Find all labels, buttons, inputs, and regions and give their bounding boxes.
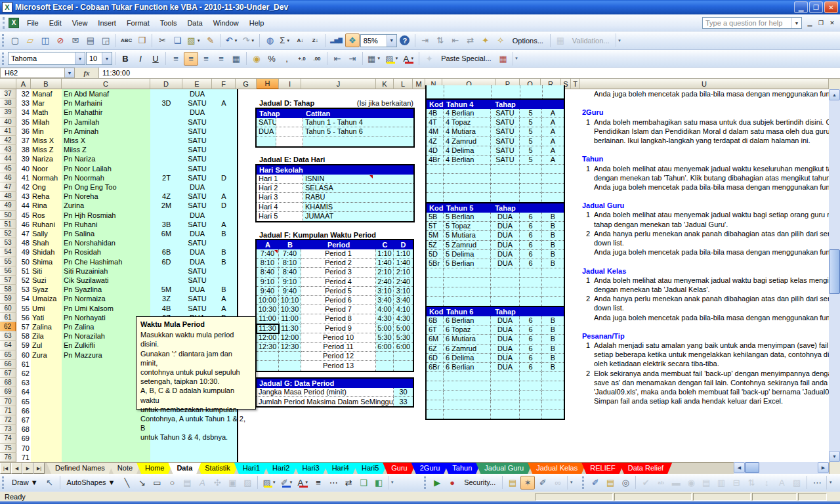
row-header-48[interactable]: 48: [0, 192, 16, 201]
cell[interactable]: 4:30: [376, 314, 394, 324]
cell[interactable]: 6: [520, 213, 542, 222]
row-header-55[interactable]: 55: [0, 257, 16, 266]
italic-icon[interactable]: I: [133, 52, 148, 66]
cell[interactable]: 6: [520, 335, 542, 344]
cell[interactable]: SATU: [182, 220, 212, 229]
fill-color-icon[interactable]: ▨▼: [261, 476, 278, 490]
cell[interactable]: Hari 3: [257, 193, 303, 202]
cell[interactable]: Shidah: [32, 247, 62, 257]
menu-insert[interactable]: Insert: [93, 16, 121, 30]
cell[interactable]: 44: [16, 201, 30, 210]
cell[interactable]: SATU: [182, 98, 212, 108]
row-header-69[interactable]: 69: [0, 387, 16, 396]
cell[interactable]: 6D: [150, 257, 182, 266]
cell[interactable]: 39: [16, 154, 30, 163]
select-arrow-icon[interactable]: ↖: [43, 476, 57, 490]
tab-nav-button-2[interactable]: ▶: [22, 463, 33, 474]
cell[interactable]: B: [542, 326, 564, 335]
cell[interactable]: [279, 352, 301, 361]
menu-edit[interactable]: Edit: [44, 16, 67, 30]
cell[interactable]: SATU: [491, 156, 520, 165]
chevron-down-icon[interactable]: ▼: [197, 39, 201, 43]
cell[interactable]: A: [542, 156, 564, 165]
kod-tahun-6-table-header-cell[interactable]: Kod: [427, 307, 444, 316]
cell[interactable]: 4 Mutiara: [444, 127, 491, 136]
row-header-76[interactable]: 76: [0, 453, 16, 462]
cell[interactable]: Period 2: [301, 259, 376, 268]
grid-edit-icon[interactable]: ▦: [496, 52, 511, 66]
cell[interactable]: [376, 361, 394, 370]
cell[interactable]: 11:30: [279, 324, 301, 333]
cell[interactable]: 6T: [427, 326, 444, 335]
arrow-icon[interactable]: ↘: [135, 476, 149, 490]
cell[interactable]: Pn Noormah: [64, 173, 150, 182]
cell[interactable]: [276, 118, 303, 127]
cell[interactable]: 8:40: [257, 268, 279, 277]
cell[interactable]: Pn Umi Kalsom: [64, 304, 150, 313]
cell[interactable]: [520, 372, 542, 381]
cell[interactable]: 6: [520, 231, 542, 240]
cell[interactable]: SATU: [182, 304, 212, 313]
row-header-75[interactable]: 75: [0, 444, 16, 453]
chevron-down-icon[interactable]: ▼: [387, 35, 396, 47]
cell[interactable]: 53: [16, 285, 30, 294]
cell[interactable]: DUA: [491, 316, 520, 326]
cell[interactable]: 3B: [150, 220, 182, 229]
cell[interactable]: Pn Aminah: [64, 127, 150, 136]
col-header-L[interactable]: L: [394, 79, 413, 89]
col-header-B[interactable]: B: [31, 79, 62, 89]
cell[interactable]: [520, 410, 542, 419]
justify-icon[interactable]: ≡: [214, 52, 228, 66]
cell[interactable]: SATU: [491, 118, 520, 127]
cell[interactable]: 9:10: [257, 278, 279, 287]
cell[interactable]: Ruhani: [32, 220, 62, 229]
cell[interactable]: Pn Syazlina: [64, 285, 150, 294]
cell[interactable]: 34: [16, 108, 30, 117]
cell[interactable]: B: [542, 213, 564, 222]
row-header-65[interactable]: 65: [0, 350, 16, 360]
cell[interactable]: [427, 297, 444, 306]
cell[interactable]: 4T: [427, 118, 444, 127]
cell[interactable]: [444, 278, 491, 287]
cell[interactable]: B: [542, 250, 564, 259]
cell[interactable]: 5 Delima: [444, 250, 491, 259]
cell[interactable]: B: [542, 363, 564, 372]
cell[interactable]: 5M: [150, 285, 182, 294]
protect-sheet-icon[interactable]: ✦: [478, 33, 493, 47]
col-header-C[interactable]: C: [62, 79, 150, 89]
view-code-icon[interactable]: ◎: [618, 476, 633, 490]
oval-icon[interactable]: ○: [165, 476, 179, 490]
cell[interactable]: Miss Z: [32, 145, 62, 154]
cell[interactable]: 60: [16, 350, 30, 360]
cell[interactable]: Milah: [32, 117, 62, 127]
cell[interactable]: Pn Ong Eng Too: [64, 182, 150, 192]
cell[interactable]: 6 Zamrud: [444, 345, 491, 354]
open-icon[interactable]: ▱: [23, 33, 37, 47]
cell[interactable]: 9:10: [279, 278, 301, 287]
cell[interactable]: Pn Jamilah: [64, 117, 150, 127]
cell[interactable]: DUA: [182, 211, 212, 220]
cell[interactable]: Suzi: [32, 276, 62, 285]
cell[interactable]: [279, 361, 301, 370]
cell[interactable]: 5:30: [376, 333, 394, 343]
cell[interactable]: 7:40: [279, 249, 301, 259]
cell[interactable]: DUA: [491, 241, 520, 250]
cell[interactable]: 2T: [150, 173, 182, 182]
cell[interactable]: 5:30: [394, 333, 413, 343]
cell[interactable]: Period 7: [301, 305, 376, 314]
cell[interactable]: 12:30: [257, 343, 279, 352]
kod-tahun-5-table-header-cell[interactable]: Kod: [427, 203, 444, 213]
percent-icon[interactable]: %: [264, 52, 279, 66]
jadual-f-table-header-cell[interactable]: Period: [301, 240, 376, 249]
spelling-icon[interactable]: ABC: [119, 33, 134, 47]
jadual-e-table-header-cell[interactable]: Hari Sekolah: [257, 165, 413, 175]
cell[interactable]: 58: [16, 331, 30, 341]
cell[interactable]: B: [212, 285, 236, 294]
cell[interactable]: 6: [520, 259, 542, 268]
cell[interactable]: Normah: [32, 173, 62, 182]
cell[interactable]: Shah: [32, 238, 62, 247]
cell[interactable]: 6: [520, 250, 542, 259]
cell[interactable]: Period 6: [301, 296, 376, 305]
tab-2guru[interactable]: 2Guru: [411, 463, 449, 474]
cell[interactable]: 6M: [150, 229, 182, 238]
